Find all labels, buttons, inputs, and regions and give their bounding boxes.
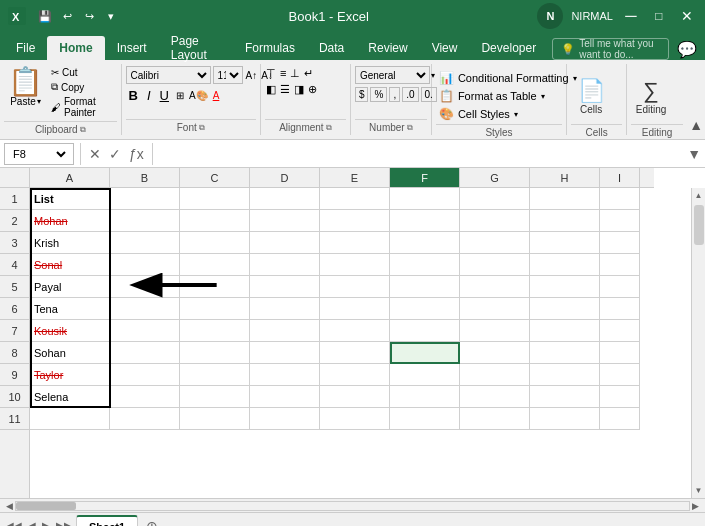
copy-button[interactable]: ⧉ Copy [49,80,117,94]
cell-styles-button[interactable]: 🎨 Cell Styles ▾ [436,106,521,122]
cell-h4[interactable] [530,254,600,276]
tab-developer[interactable]: Developer [469,36,548,60]
cell-a10[interactable]: Selena [30,386,110,408]
cell-i5[interactable] [600,276,640,298]
col-header-g[interactable]: G [460,168,530,188]
tab-page-layout[interactable]: Page Layout [159,36,233,60]
cell-b4[interactable] [110,254,180,276]
row-header-11[interactable]: 11 [0,408,29,430]
cell-f8[interactable] [390,342,460,364]
col-header-d[interactable]: D [250,168,320,188]
cell-d7[interactable] [250,320,320,342]
sheet-tab-sheet1[interactable]: Sheet1 [76,515,138,527]
cell-d11[interactable] [250,408,320,430]
cell-h10[interactable] [530,386,600,408]
insert-function-button[interactable]: ƒx [127,146,146,162]
row-header-7[interactable]: 7 [0,320,29,342]
cells-group-label[interactable]: Cells [571,124,622,138]
cell-g2[interactable] [460,210,530,232]
cell-e9[interactable] [320,364,390,386]
fill-color-button[interactable]: A🎨 [188,89,209,102]
bottom-align-button[interactable]: ⊥ [289,66,301,81]
cell-c6[interactable] [180,298,250,320]
ribbon-overflow-button[interactable]: ▲ [687,64,705,135]
wrap-text-button[interactable]: ↵ [303,66,314,81]
cell-f1[interactable] [390,188,460,210]
col-header-h[interactable]: H [530,168,600,188]
cell-a3[interactable]: Krish [30,232,110,254]
font-color-button[interactable]: A [212,89,221,102]
feedback-button[interactable]: 💬 [677,40,697,59]
cell-f10[interactable] [390,386,460,408]
cell-f3[interactable] [390,232,460,254]
cell-e2[interactable] [320,210,390,232]
row-header-10[interactable]: 10 [0,386,29,408]
cell-d9[interactable] [250,364,320,386]
cell-b10[interactable] [110,386,180,408]
clipboard-group-label[interactable]: Clipboard ⧉ [4,121,117,135]
cell-c11[interactable] [180,408,250,430]
cell-f7[interactable] [390,320,460,342]
cell-e10[interactable] [320,386,390,408]
sheet-nav-prev[interactable]: ◀ [26,518,38,526]
tab-review[interactable]: Review [356,36,419,60]
cell-c5[interactable] [180,276,250,298]
cell-e8[interactable] [320,342,390,364]
cell-h1[interactable] [530,188,600,210]
cell-e5[interactable] [320,276,390,298]
cell-h6[interactable] [530,298,600,320]
name-box[interactable]: F8 [4,143,74,165]
col-header-i[interactable]: I [600,168,640,188]
cut-button[interactable]: ✂ Cut [49,66,117,79]
cell-d3[interactable] [250,232,320,254]
cell-i10[interactable] [600,386,640,408]
cell-i7[interactable] [600,320,640,342]
cell-e4[interactable] [320,254,390,276]
cell-f2[interactable] [390,210,460,232]
cell-i4[interactable] [600,254,640,276]
format-painter-button[interactable]: 🖌 Format Painter [49,95,117,119]
merge-center-button[interactable]: ⊕ [307,82,318,97]
tab-view[interactable]: View [420,36,470,60]
cell-b6[interactable] [110,298,180,320]
tab-formulas[interactable]: Formulas [233,36,307,60]
maximize-button[interactable]: □ [649,6,669,26]
font-group-label[interactable]: Font ⧉ [126,119,256,133]
cell-b3[interactable] [110,232,180,254]
percent-button[interactable]: % [370,87,387,102]
cell-h7[interactable] [530,320,600,342]
h-scroll-track[interactable] [15,501,690,511]
cell-g3[interactable] [460,232,530,254]
row-header-9[interactable]: 9 [0,364,29,386]
middle-align-button[interactable]: ≡ [279,66,287,81]
cell-g1[interactable] [460,188,530,210]
col-header-a[interactable]: A [30,168,110,188]
cell-g10[interactable] [460,386,530,408]
row-header-2[interactable]: 2 [0,210,29,232]
increase-font-button[interactable]: A↑ [245,69,259,82]
alignment-group-label[interactable]: Alignment ⧉ [265,119,346,133]
cell-i6[interactable] [600,298,640,320]
scroll-right-button[interactable]: ▶ [690,501,701,511]
editing-button[interactable]: ∑ Editing [631,70,671,122]
add-sheet-button[interactable]: ⊕ [140,516,164,527]
sheet-nav-first[interactable]: ◀◀ [4,518,24,526]
cell-e1[interactable] [320,188,390,210]
scroll-thumb[interactable] [694,205,704,245]
tab-insert[interactable]: Insert [105,36,159,60]
increase-decimal-button[interactable]: .0 [402,87,418,102]
row-header-4[interactable]: 4 [0,254,29,276]
cell-f5[interactable] [390,276,460,298]
cell-a7[interactable]: Kousik [30,320,110,342]
cancel-formula-button[interactable]: ✕ [87,146,103,162]
cells-button[interactable]: 📄 Cells [571,70,611,122]
cell-b2[interactable] [110,210,180,232]
cell-a6[interactable]: Tena [30,298,110,320]
tell-me-button[interactable]: 💡 Tell me what you want to do... [552,38,669,60]
format-table-button[interactable]: 📋 Format as Table ▾ [436,88,548,104]
cell-h8[interactable] [530,342,600,364]
cell-h5[interactable] [530,276,600,298]
cell-g6[interactable] [460,298,530,320]
formula-expand-button[interactable]: ▼ [687,146,701,162]
sheet-nav-next[interactable]: ▶ [40,518,52,526]
